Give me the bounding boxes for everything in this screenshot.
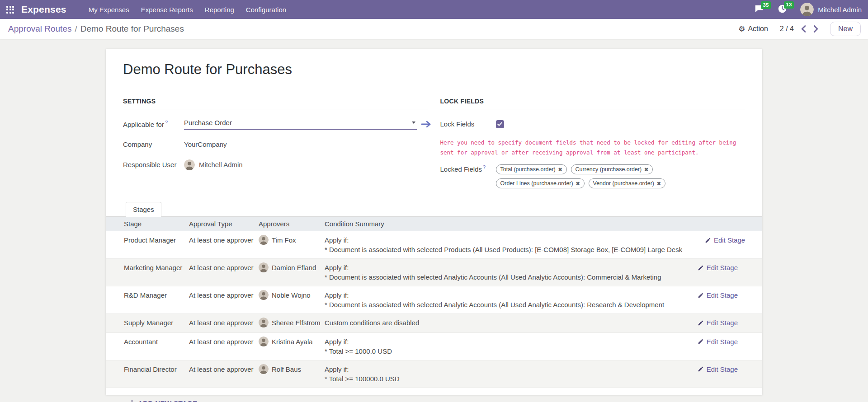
stage-name-cell: Financial Director xyxy=(124,360,189,388)
stage-table-row[interactable]: R&D Manager At least one approver Noble … xyxy=(106,286,762,314)
help-tooltip-icon[interactable]: ? xyxy=(165,120,168,125)
approver-avatar xyxy=(259,290,269,300)
page-title: Demo Route for Purchases xyxy=(106,49,762,78)
company-field[interactable]: YourCompany xyxy=(184,140,227,148)
column-header-approvers[interactable]: Approvers xyxy=(259,217,325,231)
remove-tag-icon[interactable]: ✖ xyxy=(558,165,562,173)
remove-tag-icon[interactable]: ✖ xyxy=(657,179,661,187)
approver-cell: Noble Wojno xyxy=(259,286,325,313)
locked-field-tag: Vendor (purchase.order) ✖ xyxy=(589,178,665,188)
table-header-row: Stage Approval Type Approvers Condition … xyxy=(106,217,762,231)
pager-next-icon[interactable] xyxy=(813,25,818,33)
pencil-icon xyxy=(698,338,704,345)
menu-item-my-expenses[interactable]: My Expenses xyxy=(83,0,135,19)
messages-count-badge: 35 xyxy=(761,1,771,9)
remove-tag-icon[interactable]: ✖ xyxy=(644,165,648,173)
action-menu-button[interactable]: ⚙ Action xyxy=(738,25,768,33)
stage-table-row[interactable]: Accountant At least one approver Kristin… xyxy=(106,333,762,360)
stage-table-row[interactable]: Supply Manager At least one approver She… xyxy=(106,314,762,333)
dropdown-caret-icon[interactable] xyxy=(412,122,415,124)
stage-table-row[interactable]: Product Manager At least one approver Ti… xyxy=(106,231,762,259)
pencil-icon xyxy=(698,366,704,372)
new-button[interactable]: New xyxy=(830,22,861,36)
edit-stage-button[interactable]: Edit Stage xyxy=(698,290,738,300)
locked-field-tag: Total (purchase.order) ✖ xyxy=(496,164,567,174)
condition-summary-cell: Apply if: * Document is associated with … xyxy=(325,259,679,286)
stage-name-cell: Product Manager xyxy=(124,231,189,258)
user-menu[interactable]: Mitchell Admin xyxy=(800,3,862,16)
responsible-user-field[interactable]: Mitchell Admin xyxy=(184,159,243,170)
menu-item-reporting[interactable]: Reporting xyxy=(199,0,240,19)
approval-type-cell: At least one approver xyxy=(189,314,259,332)
approval-type-cell: At least one approver xyxy=(189,333,259,360)
column-header-condition-summary[interactable]: Condition Summary xyxy=(325,217,679,231)
edit-stage-button[interactable]: Edit Stage xyxy=(705,235,745,245)
messages-button[interactable]: 35 xyxy=(755,5,764,14)
pager-previous-icon[interactable] xyxy=(801,25,806,33)
lock-fields-checkbox[interactable] xyxy=(496,120,504,128)
pencil-icon xyxy=(705,237,711,243)
column-header-approval-type[interactable]: Approval Type xyxy=(189,217,259,231)
stage-table-row[interactable]: Marketing Manager At least one approver … xyxy=(106,259,762,286)
locked-field-tag: Order Lines (purchase.order) ✖ xyxy=(496,178,585,188)
menu-item-expense-reports[interactable]: Expense Reports xyxy=(135,0,199,19)
stage-name-cell: Marketing Manager xyxy=(124,259,189,286)
content-area: Demo Route for Purchases SETTINGS Applic… xyxy=(0,39,868,402)
activities-count-badge: 13 xyxy=(784,1,794,9)
settings-group: SETTINGS Applicable for? Purchase Order xyxy=(123,98,428,188)
approver-avatar xyxy=(259,235,269,245)
approver-cell: Damion Efland xyxy=(259,259,325,286)
approval-type-cell: At least one approver xyxy=(189,360,259,388)
applicable-for-label: Applicable for? xyxy=(123,120,184,128)
breadcrumb-parent-link[interactable]: Approval Routes xyxy=(8,24,71,34)
row-handle-cell xyxy=(106,314,124,332)
responsible-user-label: Responsible User xyxy=(123,161,184,168)
apps-grid-icon[interactable] xyxy=(6,6,14,14)
approver-name: Tim Fox xyxy=(272,235,296,245)
lock-fields-heading: LOCK FIELDS xyxy=(440,98,745,109)
pencil-icon xyxy=(698,265,704,271)
breadcrumb-separator: / xyxy=(75,24,77,34)
approval-type-cell: At least one approver xyxy=(189,259,259,286)
user-avatar xyxy=(800,3,814,16)
approver-name: Kristina Ayala xyxy=(272,337,313,346)
edit-stage-button[interactable]: Edit Stage xyxy=(698,337,738,346)
edit-stage-button[interactable]: Edit Stage xyxy=(698,365,738,374)
stage-table-row[interactable]: Financial Director At least one approver… xyxy=(106,360,762,388)
menu-item-configuration[interactable]: Configuration xyxy=(240,0,292,19)
row-handle-cell xyxy=(106,360,124,388)
approver-cell: Rolf Baus xyxy=(259,360,325,388)
user-name: Mitchell Admin xyxy=(818,6,862,14)
stage-name-cell: Accountant xyxy=(124,333,189,360)
help-tooltip-icon[interactable]: ? xyxy=(483,164,486,170)
gear-icon: ⚙ xyxy=(738,25,745,33)
approver-name: Sheree Elfstrom xyxy=(272,318,321,327)
pager: 2 / 4 xyxy=(780,25,818,33)
row-handle-cell xyxy=(106,333,124,360)
edit-stage-button[interactable]: Edit Stage xyxy=(698,318,738,327)
app-brand[interactable]: Expenses xyxy=(21,4,66,15)
responsible-user-avatar xyxy=(184,159,195,170)
tab-stages[interactable]: Stages xyxy=(126,202,161,217)
stage-name-cell: R&D Manager xyxy=(124,286,189,313)
locked-field-tag: Currency (purchase.order) ✖ xyxy=(571,164,653,174)
internal-link-arrow-icon[interactable] xyxy=(421,121,431,128)
top-navbar: Expenses My ExpensesExpense ReportsRepor… xyxy=(0,0,868,19)
approver-avatar xyxy=(259,318,269,327)
notebook-tabs: Stages xyxy=(106,202,762,217)
condition-summary-cell: Apply if: * Document is associated with … xyxy=(325,286,679,313)
pencil-icon xyxy=(698,320,704,326)
approver-name: Rolf Baus xyxy=(272,365,301,374)
add-new-stage-button[interactable]: ADD NEW STAGE xyxy=(129,399,198,402)
applicable-for-field[interactable]: Purchase Order xyxy=(184,119,417,130)
lock-fields-label: Lock Fields xyxy=(440,120,496,128)
activities-button[interactable]: 13 xyxy=(778,5,787,15)
remove-tag-icon[interactable]: ✖ xyxy=(576,179,580,187)
approver-avatar xyxy=(259,337,269,346)
locked-fields-taglist[interactable]: Total (purchase.order) ✖ Currency (purch… xyxy=(496,164,745,188)
edit-stage-button[interactable]: Edit Stage xyxy=(698,263,738,272)
condition-summary-cell: Custom conditions are disabled xyxy=(325,314,679,332)
approver-cell: Sheree Elfstrom xyxy=(259,314,325,332)
stage-name-cell: Supply Manager xyxy=(124,314,189,332)
column-header-stage[interactable]: Stage xyxy=(124,217,189,231)
